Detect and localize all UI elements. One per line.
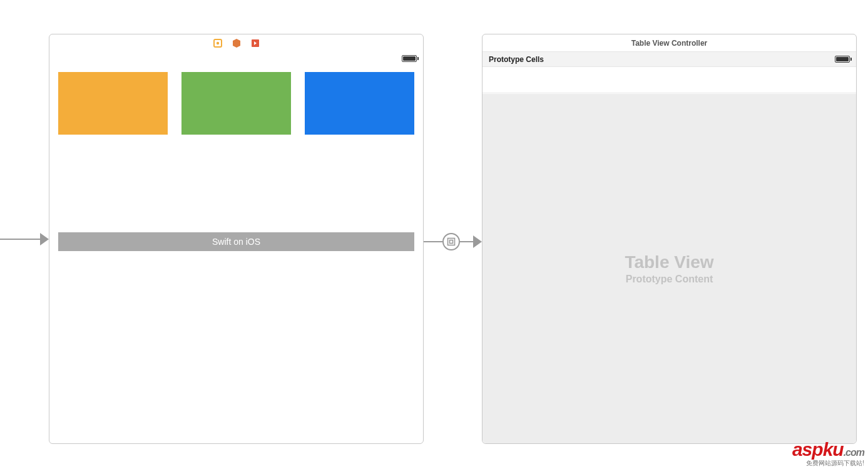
table-view-body[interactable]: Table View Prototype Content <box>483 94 856 443</box>
watermark: aspku.com 免费网站源码下载站! <box>792 440 864 466</box>
scene-title: Table View Controller <box>483 34 856 52</box>
status-bar <box>49 52 423 64</box>
view-controller-scene[interactable]: Swift on iOS <box>49 34 424 444</box>
exit-icon <box>250 38 260 48</box>
battery-icon <box>402 55 417 62</box>
button-label: Swift on iOS <box>212 237 260 247</box>
arrow-head-icon <box>40 233 49 245</box>
vc-icon <box>213 38 223 48</box>
battery-icon <box>835 56 850 63</box>
color-blocks-row <box>49 64 423 135</box>
green-view[interactable] <box>181 72 291 135</box>
segue-arrow[interactable] <box>424 233 482 250</box>
storyboard-canvas[interactable]: Swift on iOS Table View Controller Proto… <box>0 0 868 469</box>
prototype-cells-label: Prototype Cells <box>489 55 544 64</box>
tableview-placeholder-subtitle: Prototype Content <box>626 274 713 285</box>
prototype-cells-header: Prototype Cells <box>483 52 856 67</box>
scene-header <box>49 34 423 52</box>
svg-rect-3 <box>448 239 455 245</box>
swift-on-ios-button[interactable]: Swift on iOS <box>58 232 414 251</box>
watermark-brand: aspku.com <box>792 440 864 459</box>
first-responder-icon <box>232 38 242 48</box>
watermark-brand-suffix: .com <box>844 447 864 458</box>
tableview-placeholder-title: Table View <box>625 252 713 272</box>
arrow-line <box>460 241 473 242</box>
watermark-tagline: 免费网站源码下载站! <box>792 460 864 466</box>
svg-point-1 <box>216 41 218 44</box>
prototype-cell[interactable] <box>483 67 856 93</box>
arrow-line <box>0 239 40 240</box>
blue-view[interactable] <box>305 72 414 135</box>
orange-view[interactable] <box>58 72 168 135</box>
segue-show-icon <box>442 233 460 250</box>
svg-rect-4 <box>450 240 453 244</box>
arrow-head-icon <box>473 235 482 248</box>
arrow-line <box>424 241 442 242</box>
watermark-brand-red: aspku <box>792 439 844 460</box>
initial-vc-arrow <box>0 233 49 245</box>
scene-title-label: Table View Controller <box>631 39 708 48</box>
table-view-controller-scene[interactable]: Table View Controller Prototype Cells Ta… <box>482 34 857 444</box>
